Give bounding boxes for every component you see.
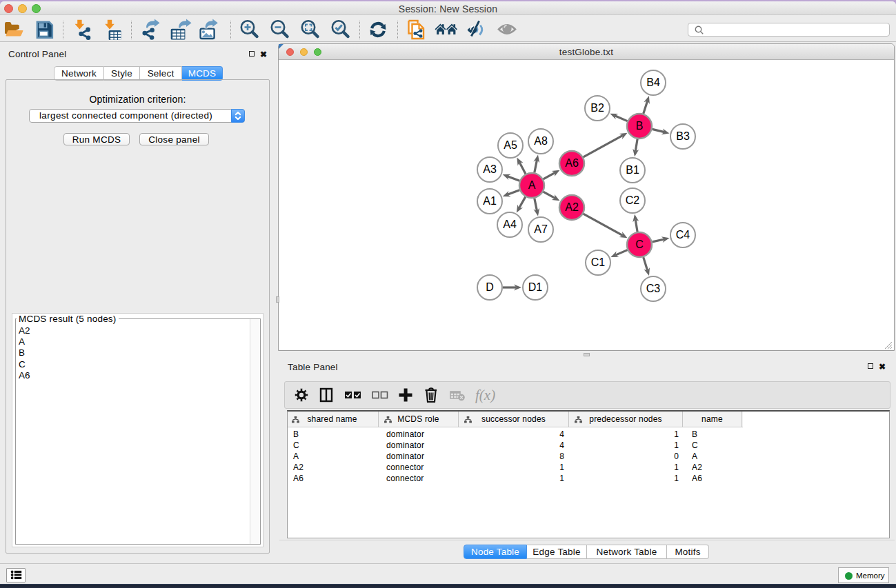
svg-text:C2: C2	[626, 194, 640, 206]
svg-text:A1: A1	[483, 195, 497, 207]
svg-text:C1: C1	[591, 256, 606, 268]
svg-text:C: C	[635, 239, 644, 250]
svg-text:C3: C3	[646, 283, 661, 294]
svg-text:C4: C4	[676, 229, 690, 241]
svg-text:A7: A7	[534, 223, 548, 235]
svg-text:B3: B3	[676, 130, 690, 142]
svg-text:A8: A8	[534, 135, 548, 147]
svg-text:A5: A5	[504, 139, 517, 151]
svg-text:A3: A3	[483, 163, 497, 175]
svg-text:A: A	[528, 179, 536, 191]
svg-text:B4: B4	[646, 77, 660, 88]
svg-text:A6: A6	[565, 157, 579, 169]
svg-text:D: D	[486, 281, 494, 293]
svg-text:B2: B2	[590, 102, 604, 114]
svg-text:B1: B1	[626, 164, 639, 176]
svg-text:A2: A2	[565, 201, 579, 213]
svg-text:B: B	[636, 120, 644, 132]
svg-text:A4: A4	[503, 219, 517, 230]
svg-text:D1: D1	[528, 281, 543, 293]
